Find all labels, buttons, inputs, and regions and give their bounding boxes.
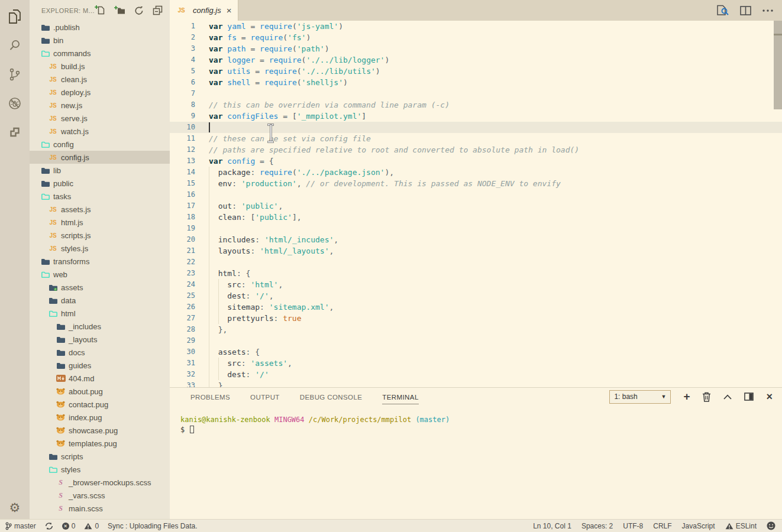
- status-master[interactable]: master: [5, 522, 36, 530]
- tree-item-index-pug[interactable]: index.pug: [30, 411, 170, 424]
- code-line-12[interactable]: 12// paths are specified relative to roo…: [170, 144, 782, 155]
- tree-item--vars-scss[interactable]: S_vars.scss: [30, 489, 170, 502]
- new-folder-icon[interactable]: [114, 6, 125, 15]
- panel-tab-output[interactable]: OUTPUT: [250, 390, 280, 404]
- status-sync[interactable]: [45, 522, 53, 530]
- code-line-1[interactable]: 1var yaml = require('js-yaml'): [170, 21, 782, 32]
- status-javascript[interactable]: JavaScript: [682, 522, 715, 530]
- code-line-8[interactable]: 8// this can be overriden via command li…: [170, 99, 782, 111]
- code-line-21[interactable]: 21layouts: 'html/_layouts',: [170, 245, 782, 257]
- code-line-30[interactable]: 30assets: {: [170, 346, 782, 358]
- code-line-29[interactable]: 29: [170, 335, 782, 346]
- tree-item-assets[interactable]: assets: [30, 281, 170, 294]
- code-line-5[interactable]: 5var utils = require('./../lib/utils'): [170, 66, 782, 77]
- code-line-25[interactable]: 25dest: '/',: [170, 290, 782, 301]
- code-line-27[interactable]: 27prettyurls: true: [170, 313, 782, 324]
- status-spaces-2[interactable]: Spaces: 2: [581, 522, 613, 530]
- activity-debug-button[interactable]: [0, 89, 30, 118]
- tree-item--layouts[interactable]: _layouts: [30, 333, 170, 346]
- status-smiley[interactable]: [767, 521, 775, 530]
- code-line-13[interactable]: 13var config = {: [170, 155, 782, 167]
- code-line-15[interactable]: 15env: 'production', // or development. …: [170, 178, 782, 189]
- tree-item-html-js[interactable]: JShtml.js: [30, 216, 170, 229]
- code-line-23[interactable]: 23html: {: [170, 268, 782, 279]
- code-line-26[interactable]: 26sitemap: 'sitemap.xml',: [170, 301, 782, 313]
- code-line-20[interactable]: 20includes: 'html/_incudes',: [170, 234, 782, 245]
- terminal-content[interactable]: kanis@kanishk-zenbook MINGW64 /c/Work/pr…: [180, 415, 782, 435]
- tree-item-scripts-js[interactable]: JSscripts.js: [30, 229, 170, 242]
- tree-item-bin[interactable]: bin: [30, 34, 170, 47]
- status-0[interactable]: 0: [62, 522, 76, 530]
- code-line-19[interactable]: 19: [170, 223, 782, 234]
- status-0[interactable]: 0: [84, 522, 99, 530]
- activity-search-button[interactable]: [0, 31, 30, 60]
- code-line-22[interactable]: 22: [170, 257, 782, 268]
- code-line-6[interactable]: 6var shell = require('shelljs'): [170, 77, 782, 88]
- tree-item-about-pug[interactable]: about.pug: [30, 385, 170, 398]
- tree-item-tasks[interactable]: tasks: [30, 190, 170, 203]
- code-line-32[interactable]: 32dest: '/': [170, 369, 782, 380]
- tree-item-config-js[interactable]: JSconfig.js: [30, 151, 170, 164]
- tree-item--browser-mockups-scss[interactable]: S_browser-mockups.scss: [30, 476, 170, 489]
- code-line-28[interactable]: 28},: [170, 324, 782, 335]
- status-crlf[interactable]: CRLF: [653, 522, 671, 530]
- code-line-10[interactable]: 10: [170, 122, 782, 133]
- tree-item-data[interactable]: data: [30, 294, 170, 307]
- tree-item-clean-js[interactable]: JSclean.js: [30, 73, 170, 86]
- activity-explorer-button[interactable]: [0, 2, 30, 31]
- tree-item--includes[interactable]: _includes: [30, 320, 170, 333]
- tree-item-transforms[interactable]: transforms: [30, 255, 170, 268]
- tree-item-html[interactable]: html: [30, 307, 170, 320]
- tree-item-watch-js[interactable]: JSwatch.js: [30, 125, 170, 138]
- tree-item-public[interactable]: public: [30, 177, 170, 190]
- tree-item-styles-js[interactable]: JSstyles.js: [30, 242, 170, 255]
- activity-settings-button[interactable]: ⚙: [9, 501, 21, 514]
- terminal-select[interactable]: 1: bash ▼: [609, 390, 671, 404]
- code-line-2[interactable]: 2var fs = require('fs'): [170, 32, 782, 43]
- code-line-7[interactable]: 7: [170, 88, 782, 99]
- activity-source-control-button[interactable]: [0, 60, 30, 89]
- panel-tab-debug-console[interactable]: DEBUG CONSOLE: [300, 390, 363, 404]
- open-changes-icon[interactable]: [716, 5, 729, 16]
- status-sync-uploading-files-data[interactable]: Sync : Uploading Files Data.: [108, 522, 197, 530]
- tree-item-commands[interactable]: commands: [30, 47, 170, 60]
- status-ln-10-col-1[interactable]: Ln 10, Col 1: [533, 522, 571, 530]
- panel-tab-problems[interactable]: PROBLEMS: [190, 390, 230, 404]
- code-line-11[interactable]: 11// these can be set via config file: [170, 133, 782, 144]
- code-editor[interactable]: 1var yaml = require('js-yaml')2var fs = …: [170, 21, 782, 387]
- code-line-16[interactable]: 16: [170, 189, 782, 200]
- tree-item-web[interactable]: web: [30, 268, 170, 281]
- new-terminal-icon[interactable]: +: [683, 391, 690, 402]
- code-line-14[interactable]: 14package: require('./../package.json'),: [170, 167, 782, 178]
- tree-item-contact-pug[interactable]: contact.pug: [30, 398, 170, 411]
- code-line-18[interactable]: 18clean: ['public'],: [170, 212, 782, 223]
- more-actions-icon[interactable]: [762, 9, 773, 12]
- code-line-4[interactable]: 4var logger = require('./../lib/logger'): [170, 54, 782, 66]
- tree-item-showcase-pug[interactable]: showcase.pug: [30, 424, 170, 437]
- tree-item-404-md[interactable]: 404.md: [30, 372, 170, 385]
- tree-item-templates-pug[interactable]: templates.pug: [30, 437, 170, 450]
- panel-tab-terminal[interactable]: TERMINAL: [382, 390, 418, 404]
- tree-item-new-js[interactable]: JSnew.js: [30, 99, 170, 112]
- code-line-17[interactable]: 17out: 'public',: [170, 200, 782, 212]
- maximize-panel-icon[interactable]: [723, 394, 732, 400]
- tab-config-js[interactable]: JS config.js ×: [170, 0, 238, 21]
- code-line-24[interactable]: 24src: 'html',: [170, 279, 782, 290]
- close-panel-icon[interactable]: ×: [766, 391, 773, 402]
- activity-extensions-button[interactable]: [0, 118, 30, 147]
- refresh-explorer-icon[interactable]: [134, 6, 144, 15]
- tree-item-styles[interactable]: styles: [30, 463, 170, 476]
- status-utf-8[interactable]: UTF-8: [623, 522, 643, 530]
- code-line-33[interactable]: 33},: [170, 380, 782, 387]
- tree-item-guides[interactable]: guides: [30, 359, 170, 372]
- collapse-folders-icon[interactable]: [153, 5, 163, 15]
- tree-item-config[interactable]: config: [30, 138, 170, 151]
- tree-item-assets-js[interactable]: JSassets.js: [30, 203, 170, 216]
- close-tab-icon[interactable]: ×: [227, 6, 232, 15]
- status-eslint[interactable]: ESLint: [725, 522, 757, 530]
- tree-item-main-scss[interactable]: Smain.scss: [30, 502, 170, 515]
- new-file-icon[interactable]: [95, 5, 105, 15]
- tree-item-build-js[interactable]: JSbuild.js: [30, 60, 170, 73]
- tree-item-serve-js[interactable]: JSserve.js: [30, 112, 170, 125]
- tree-item-deploy-js[interactable]: JSdeploy.js: [30, 86, 170, 99]
